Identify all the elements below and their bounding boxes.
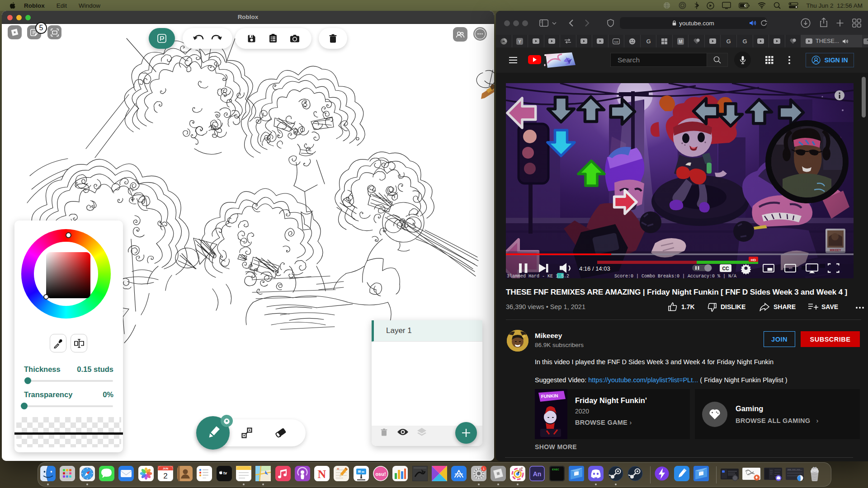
- svg-text:osu!: osu!: [375, 471, 386, 477]
- svg-text:G: G: [726, 38, 731, 45]
- svg-text:Y: Y: [518, 39, 521, 44]
- svg-text:FUNKIN: FUNKIN: [541, 393, 558, 399]
- svg-text:Score:0 | Combo Breaks:0 | Acc: Score:0 | Combo Breaks:0 | Accuracy:0 % …: [614, 274, 736, 279]
- svg-text:3lammed Hard - KE 1.5.2: 3lammed Hard - KE 1.5.2: [507, 274, 569, 279]
- svg-text:HD: HD: [751, 258, 756, 262]
- svg-text:1: 1: [483, 467, 485, 471]
- svg-text:tv: tv: [223, 471, 227, 475]
- svg-text:An: An: [533, 470, 542, 478]
- svg-text:2: 2: [163, 472, 167, 480]
- svg-text:“: “: [337, 467, 340, 472]
- svg-text:JUN: JUN: [163, 467, 168, 470]
- svg-text:rve: rve: [614, 40, 618, 43]
- svg-text:CC: CC: [722, 266, 729, 271]
- svg-text:G: G: [646, 38, 651, 45]
- svg-text:N: N: [318, 468, 326, 481]
- svg-text:exec: exec: [552, 468, 559, 471]
- svg-text:M: M: [679, 39, 682, 44]
- svg-text:G: G: [742, 38, 747, 45]
- svg-text:4:16 / 14:03: 4:16 / 14:03: [579, 265, 610, 272]
